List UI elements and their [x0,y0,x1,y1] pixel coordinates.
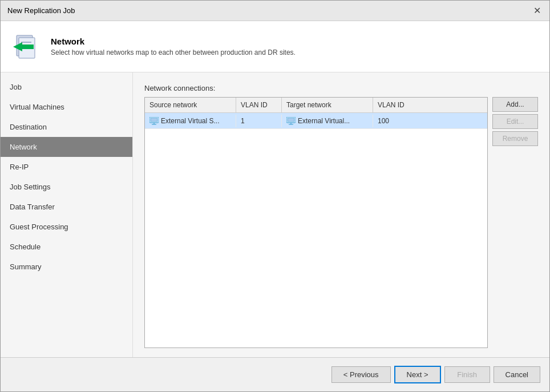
col-target-network: Target network [282,98,373,112]
header-text: Network Select how virtual networks map … [51,37,296,56]
section-label: Network connections: [144,84,538,92]
main-content: Network connections: Source network VLAN… [133,72,549,357]
sidebar-item-destination[interactable]: Destination [1,117,132,137]
footer: < Previous Next > Finish Cancel [1,357,549,391]
dialog-title: New Replication Job [7,6,75,15]
cell-source-vlan: 1 [236,115,282,127]
body-area: JobVirtual MachinesDestinationNetworkRe-… [1,72,549,357]
header-title: Network [51,37,296,46]
cell-target-network: External Virtual... [282,115,373,127]
target-network-name: External Virtual... [298,117,350,125]
col-target-vlan: VLAN ID [373,98,419,112]
header-description: Select how virtual networks map to each … [51,49,296,56]
header-icon [12,32,42,62]
sidebar-item-guest-processing[interactable]: Guest Processing [1,217,132,237]
cell-source-network: External Virtual S... [145,115,236,127]
sidebar-item-summary[interactable]: Summary [1,257,132,277]
header-area: Network Select how virtual networks map … [1,21,549,72]
sidebar-item-network[interactable]: Network [1,137,132,157]
sidebar-item-job[interactable]: Job [1,77,132,97]
dialog: New Replication Job ✕ Network Select how… [0,0,550,392]
edit-button[interactable]: Edit... [492,114,538,129]
table-body: External Virtual S... 1 Extern [145,113,487,347]
title-bar: New Replication Job ✕ [1,1,549,21]
col-source-network: Source network [145,98,236,112]
network-area: Source network VLAN ID Target network VL… [144,97,538,348]
sidebar: JobVirtual MachinesDestinationNetworkRe-… [1,72,133,357]
table-header: Source network VLAN ID Target network VL… [145,98,487,113]
previous-button[interactable]: < Previous [331,366,391,383]
next-button[interactable]: Next > [394,366,441,383]
network-table: Source network VLAN ID Target network VL… [144,97,488,348]
sidebar-item-data-transfer[interactable]: Data Transfer [1,197,132,217]
source-network-name: External Virtual S... [161,117,220,125]
sidebar-item-schedule[interactable]: Schedule [1,237,132,257]
cell-target-vlan: 100 [373,115,419,127]
side-buttons: Add... Edit... Remove [492,97,538,348]
sidebar-item-re-ip[interactable]: Re-IP [1,157,132,177]
finish-button[interactable]: Finish [444,366,490,383]
source-network-icon [149,117,159,125]
sidebar-item-job-settings[interactable]: Job Settings [1,177,132,197]
col-source-vlan: VLAN ID [236,98,282,112]
cancel-button[interactable]: Cancel [494,366,540,383]
close-button[interactable]: ✕ [531,5,543,17]
target-network-icon [286,117,296,125]
add-button[interactable]: Add... [492,97,538,112]
table-row[interactable]: External Virtual S... 1 Extern [145,113,487,129]
sidebar-item-virtual-machines[interactable]: Virtual Machines [1,97,132,117]
remove-button[interactable]: Remove [492,131,538,146]
svg-rect-7 [151,118,157,122]
svg-rect-11 [288,118,294,122]
